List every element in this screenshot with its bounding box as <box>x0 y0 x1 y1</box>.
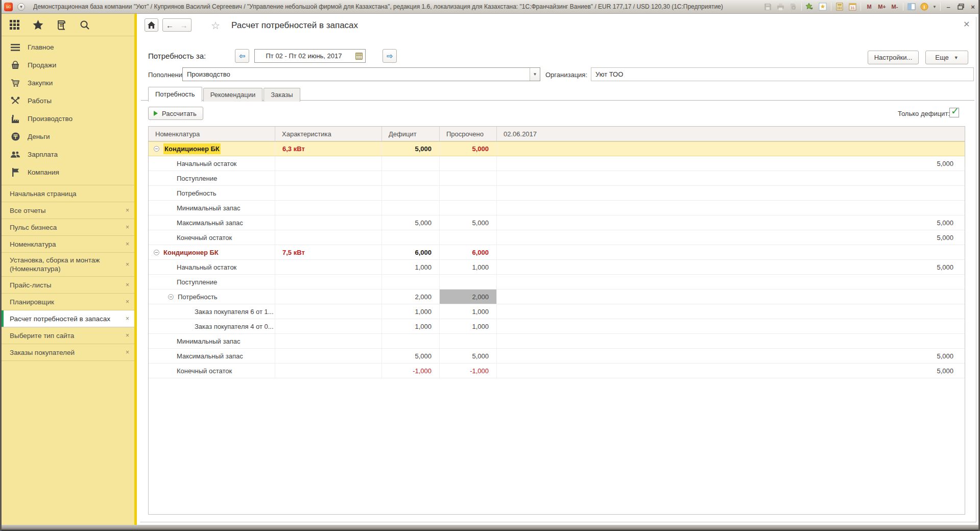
table-row[interactable]: Минимальный запас <box>149 201 965 215</box>
sidebar-item-raboty[interactable]: Работы <box>2 92 134 110</box>
table-row[interactable]: Максимальный запас5,0005,0005,000 <box>149 215 965 230</box>
sidebar-item-zakupki[interactable]: Закупки <box>2 74 134 92</box>
minimize-button[interactable]: – <box>944 3 952 11</box>
info-dropdown-icon[interactable]: ▼ <box>933 2 937 11</box>
close-icon[interactable]: × <box>126 349 129 355</box>
col-date[interactable]: 02.06.2017 <box>497 127 965 141</box>
tab-Потребность[interactable]: Потребность <box>148 87 202 102</box>
history-icon[interactable] <box>56 19 67 31</box>
sidebar-item-dengi[interactable]: Деньги <box>2 128 134 146</box>
table-row[interactable]: Потребность <box>149 186 965 201</box>
close-icon[interactable]: × <box>126 332 129 339</box>
close-window-button[interactable]: × <box>969 3 977 11</box>
memory-add-button[interactable]: M+ <box>877 2 887 11</box>
collapse-icon[interactable] <box>154 146 159 152</box>
calculator-icon[interactable] <box>835 2 844 11</box>
window-tab[interactable]: Планировщик× <box>2 294 134 310</box>
tab-Рекомендации[interactable]: Рекомендации <box>203 88 263 102</box>
row-deficit <box>382 334 440 348</box>
search-icon[interactable] <box>79 19 90 31</box>
organization-field[interactable]: Уют ТОО <box>591 67 974 81</box>
only-deficit-checkbox[interactable]: ✓ <box>949 108 959 117</box>
table-row[interactable]: Начальный остаток1,0001,0005,000 <box>149 260 965 275</box>
period-field[interactable]: Пт 02 - Пт 02 июнь, 2017 <box>254 49 366 63</box>
play-icon <box>154 111 158 116</box>
print-icon <box>776 2 785 11</box>
table-row[interactable]: Заказ покупателя 6 от 1...1,0001,000 <box>149 304 965 319</box>
table-row[interactable]: Начальный остаток5,000 <box>149 156 965 171</box>
replenishment-select[interactable]: Производство ▼ <box>182 67 540 81</box>
sidebar-item-glavnoe[interactable]: Главное <box>2 38 134 56</box>
window-tab[interactable]: Прайс-листы× <box>2 277 134 294</box>
col-deficit[interactable]: Дефицит <box>382 127 440 141</box>
table-row[interactable]: Конечный остаток5,000 <box>149 230 965 245</box>
window-tab[interactable]: Установка, сборка и монтаж (Номенклатура… <box>2 253 134 277</box>
window-tab[interactable]: Все отчеты× <box>2 202 134 219</box>
sidebar-splitter[interactable] <box>134 14 137 525</box>
row-deficit: 1,000 <box>382 319 440 333</box>
favorites-icon[interactable] <box>818 2 827 11</box>
close-icon[interactable]: × <box>126 299 129 305</box>
table-row[interactable]: Максимальный запас5,0005,0005,000 <box>149 349 965 364</box>
memory-recall-button[interactable]: M <box>865 2 874 11</box>
main-form: ← → ☆ Расчет потребностей в запасах ✕ По… <box>137 14 978 525</box>
form-close-icon[interactable]: ✕ <box>963 19 970 29</box>
table-row[interactable]: Кондиционер БК7,5 кВт6,0006,000 <box>149 245 965 260</box>
system-menu-button[interactable]: ▼ <box>17 3 25 11</box>
split-window-icon[interactable] <box>907 2 916 11</box>
favorite-toggle-icon[interactable]: ☆ <box>211 19 220 32</box>
home-button[interactable] <box>145 18 158 32</box>
apps-grid-icon[interactable] <box>9 19 20 31</box>
more-button[interactable]: Еще ▼ <box>925 51 968 64</box>
calculate-button[interactable]: Рассчитать <box>148 107 203 120</box>
col-characteristic[interactable]: Характеристика <box>275 127 382 141</box>
close-icon[interactable]: × <box>126 207 129 213</box>
row-deficit: 2,000 <box>382 289 440 304</box>
back-button[interactable]: ← <box>162 18 177 32</box>
col-overdue[interactable]: Просрочено <box>440 127 497 141</box>
row-overdue <box>440 171 497 185</box>
settings-button[interactable]: Настройки... <box>868 51 919 64</box>
window-tab[interactable]: Номенклатура× <box>2 236 134 253</box>
calendar-picker-icon[interactable] <box>353 50 365 62</box>
collapse-icon[interactable] <box>154 250 159 255</box>
window-tab[interactable]: Расчет потребностей в запасах× <box>2 310 134 327</box>
tab-Заказы[interactable]: Заказы <box>264 88 300 102</box>
collapse-icon[interactable] <box>168 294 174 300</box>
sidebar-item-prodazhi[interactable]: Продажи <box>2 56 134 74</box>
next-period-button[interactable]: ⇨ <box>383 49 397 63</box>
table-row[interactable]: Поступление <box>149 275 965 289</box>
table-row[interactable]: Поступление <box>149 171 965 186</box>
row-characteristic <box>275 304 382 319</box>
memory-subtract-button[interactable]: M- <box>890 2 899 11</box>
close-icon[interactable]: × <box>126 316 129 322</box>
info-icon[interactable]: i <box>920 2 929 11</box>
forward-button[interactable]: → <box>177 18 192 32</box>
close-icon[interactable]: × <box>126 261 129 268</box>
previous-period-button[interactable]: ⇦ <box>235 49 249 63</box>
table-row[interactable]: Кондиционер БК6,3 кВт5,0005,000 <box>149 141 965 156</box>
close-icon[interactable]: × <box>126 282 129 288</box>
close-icon[interactable]: × <box>126 224 129 230</box>
favorite-add-icon[interactable] <box>805 2 815 11</box>
calendar-icon[interactable]: 31 <box>848 2 857 11</box>
restore-button[interactable] <box>956 2 965 11</box>
favorites-star-icon[interactable] <box>32 19 43 31</box>
col-nomenclature[interactable]: Номенклатура <box>149 127 275 141</box>
close-icon[interactable]: × <box>126 241 129 247</box>
window-tab[interactable]: Пульс бизнеса× <box>2 219 134 236</box>
row-characteristic <box>275 260 382 274</box>
sidebar-item-kompaniya[interactable]: Компания <box>2 163 134 181</box>
window-frame <box>0 0 2 531</box>
table-row[interactable]: Конечный остаток-1,000-1,0005,000 <box>149 364 965 378</box>
sidebar-item-zarplata[interactable]: Зарплата <box>2 146 134 163</box>
table-row[interactable]: Потребность2,0002,000 <box>149 289 965 304</box>
sidebar-item-proizvodstvo[interactable]: Производство <box>2 110 134 128</box>
chevron-down-icon[interactable]: ▼ <box>530 68 540 81</box>
window-tab[interactable]: Начальная страница <box>2 185 134 202</box>
window-tab[interactable]: Выберите тип сайта× <box>2 327 134 344</box>
window-tab[interactable]: Заказы покупателей× <box>2 344 134 361</box>
table-row[interactable]: Минимальный запас <box>149 334 965 349</box>
table-row[interactable]: Заказ покупателя 4 от 0...1,0001,000 <box>149 319 965 334</box>
company-icon <box>11 168 20 177</box>
